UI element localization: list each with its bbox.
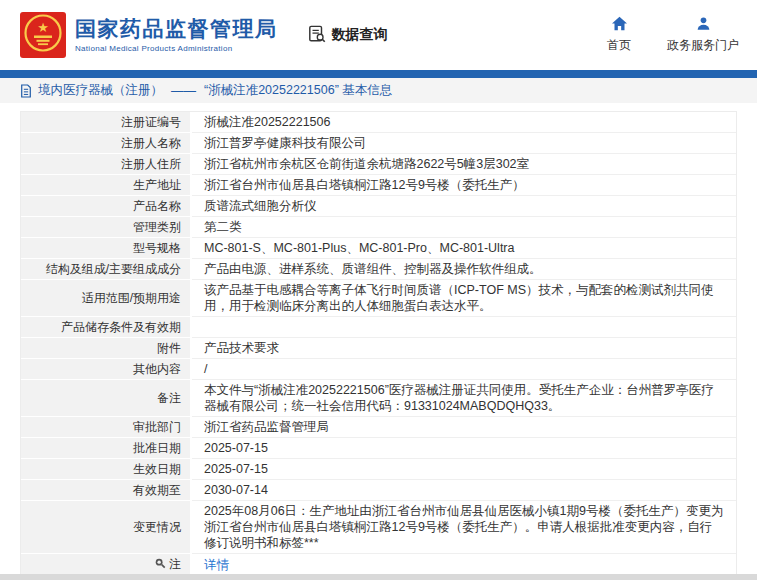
- row-value: 2030-07-14: [191, 480, 736, 501]
- row-value: 浙江省杭州市余杭区仓前街道余杭塘路2622号5幢3层302室: [191, 154, 736, 175]
- row-label: 附件: [21, 338, 191, 359]
- row-label-text: 适用范围/预期用途: [82, 291, 181, 305]
- row-label-text: 有效期至: [133, 483, 181, 497]
- row-label-text: 变更情况: [133, 520, 181, 534]
- nav-portal[interactable]: 政务服务门户: [667, 16, 739, 54]
- row-label-text: 其他内容: [133, 362, 181, 376]
- search-document-icon: [308, 25, 326, 46]
- row-label-text: 产品储存条件及有效期: [61, 320, 181, 334]
- table-row: 产品储存条件及有效期: [21, 317, 736, 338]
- data-query-label: 数据查询: [332, 26, 388, 44]
- row-value: /: [191, 359, 736, 380]
- row-value: 第二类: [191, 217, 736, 238]
- breadcrumb-title: “浙械注准20252221506” 基本信息: [204, 82, 392, 99]
- user-icon: [696, 16, 711, 34]
- table-row: 注册人名称 浙江普罗亭健康科技有限公司: [21, 133, 736, 154]
- nav-data-query[interactable]: 数据查询: [308, 25, 388, 46]
- table-row: 备注 本文件与“浙械注准20252221506”医疗器械注册证共同使用。受托生产…: [21, 380, 736, 417]
- main-content: 注册证编号 浙械注准20252221506 注册人名称 浙江普罗亭健康科技有限公…: [0, 103, 757, 576]
- row-label: 其他内容: [21, 359, 191, 380]
- table-row: 批准日期 2025-07-15: [21, 438, 736, 459]
- nav-portal-label: 政务服务门户: [667, 37, 739, 54]
- table-row: 审批部门 浙江省药品监督管理局: [21, 417, 736, 438]
- breadcrumb: 境内医疗器械（注册） —— “浙械注准20252221506” 基本信息: [0, 78, 757, 103]
- row-label: 注册人名称: [21, 133, 191, 154]
- top-nav: 首页 政务服务门户: [597, 16, 739, 54]
- info-table-wrap: 注册证编号 浙械注准20252221506 注册人名称 浙江普罗亭健康科技有限公…: [20, 111, 737, 576]
- magnifier-icon: [154, 557, 166, 573]
- row-label-text: 注册人名称: [121, 136, 181, 150]
- row-label-text: 管理类别: [133, 220, 181, 234]
- row-label-text: 型号规格: [133, 241, 181, 255]
- agency-name-en: National Medical Products Administration: [75, 44, 278, 53]
- row-label: 产品储存条件及有效期: [21, 317, 191, 338]
- row-value: 产品技术要求: [191, 338, 736, 359]
- breadcrumb-section[interactable]: 境内医疗器械（注册）: [38, 82, 163, 99]
- row-label-text: 产品名称: [133, 199, 181, 213]
- table-row: 附件 产品技术要求: [21, 338, 736, 359]
- row-value: 浙江省药品监督管理局: [191, 417, 736, 438]
- row-label-text: 生效日期: [133, 462, 181, 476]
- row-label: 管理类别: [21, 217, 191, 238]
- row-label: 产品名称: [21, 196, 191, 217]
- info-table: 注册证编号 浙械注准20252221506 注册人名称 浙江普罗亭健康科技有限公…: [21, 112, 736, 575]
- row-label: 注册证编号: [21, 112, 191, 133]
- table-row: 产品名称 质谱流式细胞分析仪: [21, 196, 736, 217]
- row-value: 浙械注准20252221506: [191, 112, 736, 133]
- row-value: MC-801-S、MC-801-Plus、MC-801-Pro、MC-801-U…: [191, 238, 736, 259]
- row-label-text: 备注: [157, 391, 181, 405]
- row-value: [191, 317, 736, 338]
- row-value: 该产品基于电感耦合等离子体飞行时间质谱（ICP-TOF MS）技术，与配套的检测…: [191, 280, 736, 317]
- row-label: 注册人住所: [21, 154, 191, 175]
- detail-link[interactable]: 详情: [204, 558, 229, 572]
- row-value: 详情: [191, 554, 736, 576]
- row-label: 有效期至: [21, 480, 191, 501]
- row-label: 批准日期: [21, 438, 191, 459]
- row-label-text: 批准日期: [133, 441, 181, 455]
- table-row: 适用范围/预期用途 该产品基于电感耦合等离子体飞行时间质谱（ICP-TOF MS…: [21, 280, 736, 317]
- row-label: 变更情况: [21, 501, 191, 554]
- brand[interactable]: ★ 国家药品监督管理局 National Medical Products Ad…: [20, 12, 278, 58]
- table-row: 注册证编号 浙械注准20252221506: [21, 112, 736, 133]
- row-value: 2025年08月06日：生产地址由浙江省台州市仙居县仙居医械小镇1期9号楼（委托…: [191, 501, 736, 554]
- footer-strip: [0, 574, 757, 580]
- document-icon: [20, 84, 32, 98]
- row-label-text: 注册人住所: [121, 157, 181, 171]
- row-label-text: 注: [169, 557, 181, 571]
- site-header: ★ 国家药品监督管理局 National Medical Products Ad…: [0, 0, 757, 70]
- national-emblem-icon: ★: [23, 13, 63, 57]
- row-label: 适用范围/预期用途: [21, 280, 191, 317]
- table-row: 其他内容 /: [21, 359, 736, 380]
- row-label: 生效日期: [21, 459, 191, 480]
- row-label: 生产地址: [21, 175, 191, 196]
- row-value: 产品由电源、进样系统、质谱组件、控制器及操作软件组成。: [191, 259, 736, 280]
- row-value: 2025-07-15: [191, 438, 736, 459]
- table-row: 注 详情: [21, 554, 736, 576]
- row-label: 审批部门: [21, 417, 191, 438]
- row-value: 2025-07-15: [191, 459, 736, 480]
- nmpa-logo: ★: [20, 12, 66, 58]
- agency-name-cn: 国家药品监督管理局: [75, 17, 278, 41]
- row-value: 浙江普罗亭健康科技有限公司: [191, 133, 736, 154]
- table-row: 型号规格 MC-801-S、MC-801-Plus、MC-801-Pro、MC-…: [21, 238, 736, 259]
- row-value: 质谱流式细胞分析仪: [191, 196, 736, 217]
- row-label-text: 附件: [157, 341, 181, 355]
- table-row: 结构及组成/主要组成成分 产品由电源、进样系统、质谱组件、控制器及操作软件组成。: [21, 259, 736, 280]
- row-value: 浙江省台州市仙居县白塔镇桐江路12号9号楼（委托生产）: [191, 175, 736, 196]
- row-label-text: 生产地址: [133, 178, 181, 192]
- row-label-text: 注册证编号: [121, 115, 181, 129]
- row-label: 结构及组成/主要组成成分: [21, 259, 191, 280]
- row-label-text: 审批部门: [133, 420, 181, 434]
- info-table-body: 注册证编号 浙械注准20252221506 注册人名称 浙江普罗亭健康科技有限公…: [21, 112, 736, 575]
- row-label-text: 结构及组成/主要组成成分: [46, 262, 181, 276]
- table-row: 管理类别 第二类: [21, 217, 736, 238]
- nav-home[interactable]: 首页: [597, 16, 641, 54]
- header-divider-bar: [0, 70, 757, 78]
- table-row: 变更情况 2025年08月06日：生产地址由浙江省台州市仙居县仙居医械小镇1期9…: [21, 501, 736, 554]
- table-row: 生效日期 2025-07-15: [21, 459, 736, 480]
- nav-home-label: 首页: [607, 37, 631, 54]
- home-icon: [611, 16, 628, 34]
- table-row: 生产地址 浙江省台州市仙居县白塔镇桐江路12号9号楼（委托生产）: [21, 175, 736, 196]
- row-label: 备注: [21, 380, 191, 417]
- table-row: 注册人住所 浙江省杭州市余杭区仓前街道余杭塘路2622号5幢3层302室: [21, 154, 736, 175]
